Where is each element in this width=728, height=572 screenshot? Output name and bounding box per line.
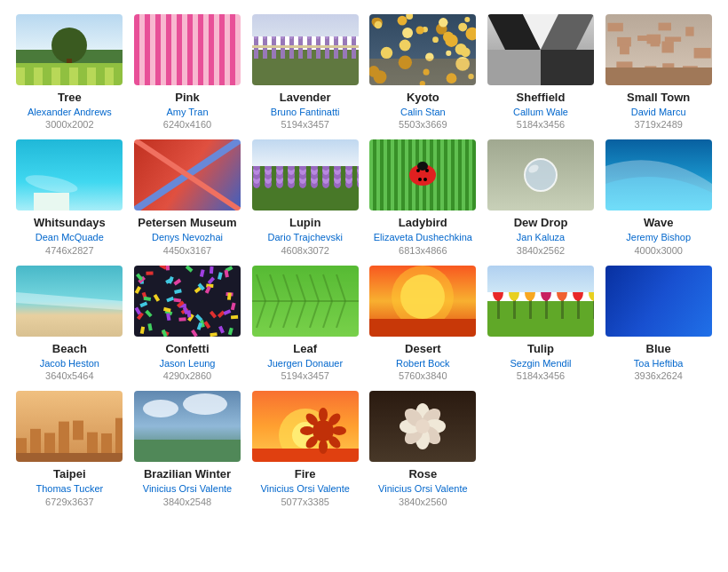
photo-thumbnail[interactable] — [16, 14, 123, 85]
gallery-item[interactable]: TreeAlexander Andrews3000x2002 — [14, 14, 125, 131]
photo-title: Fire — [295, 467, 316, 482]
photo-title: Petersen Museum — [138, 216, 236, 231]
photo-canvas — [134, 14, 241, 85]
photo-thumbnail[interactable] — [487, 266, 594, 337]
photo-thumbnail[interactable] — [369, 266, 476, 337]
photo-thumbnail[interactable] — [369, 391, 476, 462]
photo-author[interactable]: Elizaveta Dushechkina — [374, 231, 472, 243]
photo-canvas — [16, 391, 123, 462]
photo-title: Blue — [646, 342, 671, 357]
photo-dimensions: 3000x2002 — [45, 118, 93, 131]
photo-canvas — [369, 391, 476, 462]
photo-thumbnail[interactable] — [134, 139, 241, 211]
photo-title: Pink — [175, 91, 199, 106]
gallery-item[interactable]: Brazilian WinterVinicius Orsi Valente384… — [132, 391, 243, 507]
photo-canvas — [16, 266, 123, 337]
photo-author[interactable]: Jan Kaluza — [517, 231, 565, 243]
photo-author[interactable]: Juergen Donauer — [267, 357, 343, 369]
gallery-item[interactable]: LavenderBruno Fantinatti5194x3457 — [249, 14, 360, 131]
photo-thumbnail[interactable] — [134, 266, 241, 337]
gallery-item[interactable]: WhitsundaysDean McQuade4746x2827 — [14, 139, 125, 256]
photo-title: Ladybird — [399, 216, 447, 231]
photo-thumbnail[interactable] — [16, 266, 123, 337]
photo-title: Small Town — [627, 91, 690, 106]
photo-thumbnail[interactable] — [487, 139, 594, 211]
photo-author[interactable]: Jeremy Bishop — [626, 231, 691, 243]
photo-author[interactable]: Jason Leung — [159, 357, 215, 369]
photo-dimensions: 6813x4866 — [399, 244, 447, 257]
photo-thumbnail[interactable] — [605, 139, 712, 211]
photo-author[interactable]: Jacob Heston — [40, 357, 99, 369]
gallery-item[interactable]: TaipeiThomas Tucker6729x3637 — [14, 391, 125, 507]
gallery-item[interactable]: LeafJuergen Donauer5194x3457 — [249, 266, 360, 382]
photo-author[interactable]: Thomas Tucker — [36, 482, 103, 495]
gallery-item[interactable]: BeachJacob Heston3640x5464 — [14, 266, 125, 382]
gallery-item[interactable]: ConfettiJason Leung4290x2860 — [132, 266, 243, 382]
photo-author[interactable]: Dario Trajchevski — [267, 231, 342, 243]
photo-author[interactable]: Sezgin Mendil — [510, 357, 571, 369]
photo-author[interactable]: Robert Bock — [396, 357, 450, 369]
gallery-item[interactable]: BlueToa Heftiba3936x2624 — [603, 266, 714, 382]
gallery-item[interactable]: Dew DropJan Kaluza3840x2562 — [486, 139, 597, 256]
gallery-item[interactable]: RoseVinicius Orsi Valente3840x2560 — [368, 391, 479, 507]
gallery-item[interactable]: Petersen MuseumDenys Nevozhai4450x3167 — [132, 139, 243, 256]
photo-title: Brazilian Winter — [144, 467, 231, 482]
photo-thumbnail[interactable] — [605, 266, 712, 337]
gallery-item[interactable]: LadybirdElizaveta Dushechkina6813x4866 — [368, 139, 479, 256]
photo-author[interactable]: Denys Nevozhai — [152, 231, 223, 243]
photo-thumbnail[interactable] — [16, 391, 123, 462]
photo-canvas — [252, 266, 359, 337]
photo-author[interactable]: David Marcu — [631, 106, 686, 118]
photo-thumbnail[interactable] — [487, 14, 594, 85]
photo-title: Wave — [644, 216, 673, 231]
photo-dimensions: 5077x3385 — [281, 496, 328, 508]
gallery-item[interactable]: WaveJeremy Bishop4000x3000 — [603, 139, 714, 256]
photo-thumbnail[interactable] — [605, 14, 712, 85]
photo-title: Tree — [58, 91, 82, 106]
photo-canvas — [252, 139, 359, 211]
photo-thumbnail[interactable] — [16, 139, 123, 211]
photo-author[interactable]: Bruno Fantinatti — [271, 106, 340, 118]
photo-author[interactable]: Vinicius Orsi Valente — [143, 482, 232, 495]
photo-dimensions: 3840x2548 — [163, 496, 211, 508]
photo-author[interactable]: Alexander Andrews — [28, 106, 112, 118]
photo-dimensions: 3719x2489 — [634, 118, 682, 131]
gallery-item[interactable]: PinkAmy Tran6240x4160 — [132, 14, 243, 131]
photo-dimensions: 4608x3072 — [281, 244, 328, 257]
photo-canvas — [605, 266, 712, 337]
photo-author[interactable]: Callum Wale — [513, 106, 568, 118]
photo-author[interactable]: Amy Tran — [166, 106, 208, 118]
photo-author[interactable]: Dean McQuade — [36, 231, 104, 243]
photo-thumbnail[interactable] — [134, 391, 241, 462]
gallery-item[interactable]: SheffieldCallum Wale5184x3456 — [486, 14, 597, 131]
photo-dimensions: 4290x2860 — [163, 369, 211, 382]
photo-author[interactable]: Vinicius Orsi Valente — [378, 482, 467, 495]
photo-thumbnail[interactable] — [252, 391, 359, 462]
photo-thumbnail[interactable] — [369, 14, 476, 85]
photo-canvas — [134, 266, 241, 337]
photo-dimensions: 3840x2562 — [517, 244, 565, 257]
photo-title: Kyoto — [407, 91, 439, 106]
photo-title: Taipei — [53, 467, 86, 482]
photo-thumbnail[interactable] — [369, 139, 476, 211]
photo-canvas — [252, 14, 359, 85]
photo-dimensions: 5194x3457 — [281, 118, 328, 131]
gallery-item[interactable]: TulipSezgin Mendil5184x3456 — [486, 266, 597, 382]
photo-thumbnail[interactable] — [252, 139, 359, 211]
gallery-item[interactable]: FireVinicius Orsi Valente5077x3385 — [249, 391, 360, 507]
photo-canvas — [369, 139, 476, 211]
photo-thumbnail[interactable] — [252, 14, 359, 85]
photo-dimensions: 4450x3167 — [163, 244, 211, 257]
photo-thumbnail[interactable] — [134, 14, 241, 85]
photo-author[interactable]: Vinicius Orsi Valente — [260, 482, 349, 495]
photo-dimensions: 4000x3000 — [634, 244, 682, 257]
photo-canvas — [487, 266, 594, 337]
photo-thumbnail[interactable] — [252, 266, 359, 337]
gallery-item[interactable]: DesertRobert Bock5760x3840 — [368, 266, 479, 382]
gallery-item[interactable]: LupinDario Trajchevski4608x3072 — [249, 139, 360, 256]
gallery-item[interactable]: KyotoCalin Stan5503x3669 — [368, 14, 479, 131]
gallery-item[interactable]: Small TownDavid Marcu3719x2489 — [603, 14, 714, 131]
photo-canvas — [134, 139, 241, 211]
photo-author[interactable]: Calin Stan — [400, 106, 446, 118]
photo-author[interactable]: Toa Heftiba — [634, 357, 684, 369]
